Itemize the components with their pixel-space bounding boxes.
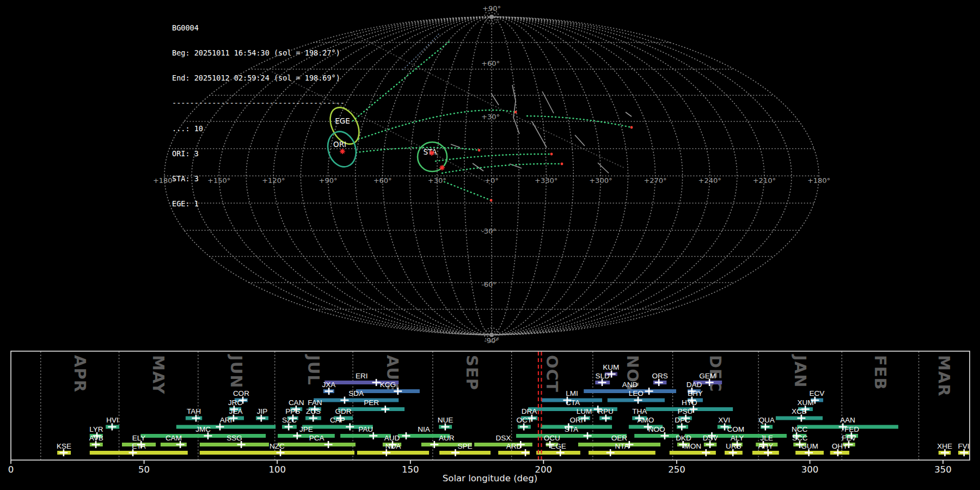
shower-bar-jmc xyxy=(140,434,266,438)
shower-label-kse: KSE xyxy=(57,442,71,450)
shower-label-cam: CAM xyxy=(166,434,182,442)
peak-marker-mon xyxy=(702,449,710,456)
peak-marker-eri xyxy=(372,379,381,386)
lon-label: +240° xyxy=(699,176,721,185)
lon-label: +300° xyxy=(589,176,612,185)
grid-meridian-w4 xyxy=(383,17,492,335)
shower-label-xvi: XVI xyxy=(718,416,730,424)
shower-label-hyd: HYD xyxy=(682,399,697,407)
shower-label-dad: DAD xyxy=(687,381,702,389)
peak-marker-sld xyxy=(598,379,606,386)
peak-marker-nzc xyxy=(277,449,285,456)
shower-label-cta: CTA xyxy=(566,399,580,407)
shower-label-dsv: DSV xyxy=(703,434,718,442)
month-label-jul: JUL xyxy=(304,354,323,385)
shower-label-per: PER xyxy=(364,399,379,407)
shower-bar-sda xyxy=(314,399,399,402)
shower-label-leo: LEO xyxy=(629,389,644,397)
shower-label-gdr: GDR xyxy=(335,407,351,415)
shower-bar-noo xyxy=(634,434,679,438)
lon-label: +270° xyxy=(644,176,666,185)
shower-label-aur: AUR xyxy=(439,434,455,442)
legend-divider: --------------------------------------- xyxy=(172,99,345,107)
shower-label-ehy: EHY xyxy=(688,389,703,397)
peak-marker-nia xyxy=(402,432,410,439)
month-label-feb: FEB xyxy=(871,355,890,390)
shower-bar-ari xyxy=(176,425,275,429)
shower-label-ari: ARI xyxy=(220,416,232,424)
shower-label-psu: PSU xyxy=(677,407,693,415)
shower-label-hvi: HVI xyxy=(106,416,119,424)
peak-marker-ahy xyxy=(764,449,772,456)
shower-label-ori: ORI xyxy=(569,416,583,424)
sporadic-meteor-trail xyxy=(451,144,460,148)
peak-marker-qua xyxy=(761,424,769,431)
peak-marker-urs xyxy=(729,449,737,456)
station-id: BG0004 xyxy=(172,24,345,32)
peak-marker-szc xyxy=(285,424,293,431)
peak-marker-ege xyxy=(556,449,565,456)
month-label-sep: SEP xyxy=(463,355,481,390)
shower-label-ard: ARD xyxy=(506,442,522,450)
shower-label-spe: SPE xyxy=(458,442,473,450)
peak-marker-oct xyxy=(520,424,528,431)
shower-label-eri: ERI xyxy=(356,372,368,380)
peak-marker-ohy xyxy=(834,449,842,456)
shower-bar-eta xyxy=(90,451,188,455)
shower-bar-kcg xyxy=(356,389,420,393)
STA-trail-2 xyxy=(442,164,562,173)
meteor-end-dot xyxy=(478,149,481,152)
STA-trail-1 xyxy=(436,154,552,161)
shower-label-xhe: XHE xyxy=(937,442,952,450)
shower-label-lyr: LYR xyxy=(89,425,103,433)
shower-label-urs: URS xyxy=(726,442,742,450)
observation-legend: BG0004 Beg: 20251011 16:54:30 (sol = 198… xyxy=(172,7,345,225)
shower-bar-pau xyxy=(340,434,391,438)
shower-label-aly: ALY xyxy=(731,434,744,442)
shower-label-com: COM xyxy=(727,425,745,433)
shower-label-fed: FED xyxy=(844,425,859,433)
shower-label-fan: FAN xyxy=(308,399,322,407)
peak-marker-jxa xyxy=(325,388,333,395)
shower-label-jip: JIP xyxy=(257,407,268,415)
shower-label-fev: FEV xyxy=(842,434,856,442)
peak-marker-dsv xyxy=(706,441,714,448)
shower-label-ocu: OCU xyxy=(544,434,560,442)
shower-label-szc: SZC xyxy=(282,416,297,424)
peak-marker-nta xyxy=(607,449,615,456)
count-ori: ORI: 3 xyxy=(172,150,345,158)
sky-map-and-timeline-plot: +90°-90°+180°+150°+120°+90°+60°+30°+0°+3… xyxy=(0,0,980,490)
grid-extra-arc xyxy=(352,33,624,168)
lon-label: +30° xyxy=(428,176,446,185)
shower-label-xcb: XCB xyxy=(792,407,807,415)
shower-label-kcg: KCG xyxy=(380,381,396,389)
shower-label-nzc: NZC xyxy=(270,442,285,450)
shower-bar-jpe xyxy=(278,434,335,438)
peak-marker-per xyxy=(381,406,389,413)
shower-label-ors: ORS xyxy=(652,372,667,380)
shower-label-tha: THA xyxy=(632,407,647,415)
sporadic-meteor-trail xyxy=(532,121,547,148)
lon-label: +0° xyxy=(485,176,499,185)
peak-marker-leo xyxy=(634,397,642,404)
pole-label-south: -90° xyxy=(484,336,499,345)
shower-label-ncc: NCC xyxy=(792,425,807,433)
peak-marker-sta xyxy=(584,432,592,439)
meteor-end-dot xyxy=(630,126,633,129)
peak-marker-zcs xyxy=(309,415,317,422)
sporadic-meteor-trail xyxy=(598,163,609,173)
shower-label-ahy: AHY xyxy=(758,442,773,450)
count-ege: EGE: 1 xyxy=(172,200,345,208)
shower-label-dra: DRA xyxy=(522,407,537,415)
shower-label-jrc: JRC xyxy=(228,399,242,407)
shower-label-sld: SLD xyxy=(596,372,610,380)
month-label-mar: MAR xyxy=(935,355,953,397)
shower-label-lmi: LMI xyxy=(566,389,578,397)
shower-label-xum: XUM xyxy=(797,399,813,407)
shower-label-mon: MON xyxy=(684,442,702,450)
shower-label-ecv: ECV xyxy=(810,389,825,397)
peak-marker-jmc xyxy=(204,432,212,439)
shower-bar-spe xyxy=(439,451,491,455)
peak-marker-gum xyxy=(805,449,813,456)
peak-marker-sda xyxy=(340,397,348,404)
